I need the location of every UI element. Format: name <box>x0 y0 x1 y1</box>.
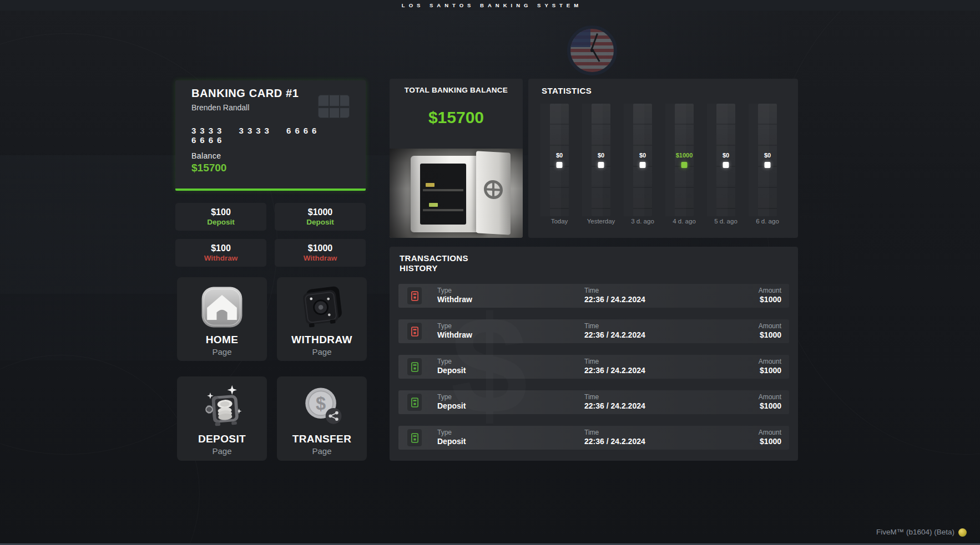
transactions-title-line1: TRANSACTIONS <box>400 253 468 263</box>
statistics-title: STATISTICS <box>542 86 592 95</box>
vault-body <box>411 156 485 232</box>
time-value: 22:36 / 24.2.2024 <box>584 437 645 446</box>
withdraw-100-button[interactable]: $100 Withdraw <box>175 239 266 267</box>
svg-text:$: $ <box>316 394 326 414</box>
nav-withdraw-card[interactable]: WITHDRAW Page <box>277 277 367 361</box>
button-amount: $1000 <box>308 207 333 217</box>
stat-value-label: $0 <box>639 152 646 159</box>
type-value: Deposit <box>437 366 466 375</box>
time-value: 22:36 / 24.2.2024 <box>584 330 645 339</box>
stat-category-label: 6 d. ago <box>756 218 779 225</box>
nav-subtitle: Page <box>277 446 367 456</box>
button-amount: $1000 <box>308 243 333 253</box>
top-title-bar: LOS SANTOS BANKING SYSTEM <box>0 0 980 11</box>
amount-value: $1000 <box>760 437 781 446</box>
stat-bar-track <box>633 104 652 216</box>
stat-bar-track <box>550 104 569 216</box>
type-label: Type <box>437 393 466 401</box>
time-label: Time <box>584 393 645 401</box>
type-value: Withdraw <box>437 330 472 339</box>
stat-category-label: 3 d. ago <box>631 218 654 225</box>
stat-column-3d-ago: $0 3 d. ago <box>633 104 652 231</box>
nav-deposit-card[interactable]: DEPOSIT Page <box>177 376 267 461</box>
nav-home-card[interactable]: HOME Page <box>177 277 267 361</box>
home-icon <box>196 282 247 333</box>
time-label: Time <box>584 429 645 436</box>
chart-background-bands <box>540 104 786 216</box>
time-label: Time <box>584 287 645 294</box>
vault-interior <box>420 164 466 225</box>
stat-category-label: 5 d. ago <box>714 218 737 225</box>
time-label: Time <box>584 358 645 365</box>
transactions-title: TRANSACTIONS HISTORY <box>400 253 468 273</box>
stat-value-label: $0 <box>764 152 771 159</box>
safe-closed-icon <box>296 282 347 333</box>
deposit-atm-icon <box>407 429 422 446</box>
nav-title: HOME <box>177 334 267 346</box>
clock-center-pin <box>590 49 594 52</box>
deposit-atm-icon <box>407 358 422 375</box>
transactions-title-line2: HISTORY <box>400 263 468 273</box>
wall-clock-decoration <box>567 26 617 75</box>
button-action-label: Deposit <box>306 218 334 226</box>
type-label: Type <box>437 358 466 365</box>
vault-wheel-handle <box>484 180 503 200</box>
stat-value-label: $1000 <box>676 152 693 159</box>
total-balance-amount: $15700 <box>390 108 523 127</box>
vault-door <box>476 151 511 235</box>
stat-bar-track <box>758 104 777 216</box>
time-value: 22:36 / 24.2.2024 <box>584 295 645 304</box>
amount-label: Amount <box>759 393 781 401</box>
type-value: Deposit <box>437 401 466 410</box>
clock-flag-canton <box>570 29 590 47</box>
fivem-emoji-icon <box>958 528 967 537</box>
transaction-row: TypeDeposit Time22:36 / 24.2.2024 Amount… <box>398 426 789 450</box>
statistics-panel: STATISTICS $0 Today $0 Yesterday $0 3 d.… <box>528 79 798 238</box>
stat-value-label: $0 <box>723 152 729 159</box>
stat-marker <box>723 162 729 168</box>
withdraw-atm-icon <box>407 323 422 340</box>
stat-value-label: $0 <box>598 152 604 159</box>
nav-transfer-card[interactable]: $ TRANSFER Page <box>277 376 367 461</box>
type-label: Type <box>437 429 466 436</box>
withdraw-1000-button[interactable]: $1000 Withdraw <box>275 239 366 267</box>
stat-category-label: Yesterday <box>587 218 615 225</box>
button-action-label: Withdraw <box>304 254 337 262</box>
banking-card-panel: BANKING CARD #1 Brenden Randall 3333 333… <box>175 80 366 191</box>
stat-marker <box>640 162 646 168</box>
time-value: 22:36 / 24.2.2024 <box>584 401 645 410</box>
deposit-atm-icon <box>407 394 422 411</box>
button-amount: $100 <box>211 243 231 253</box>
card-holder-name: Brenden Randall <box>191 103 249 112</box>
type-value: Withdraw <box>437 295 472 304</box>
stat-bar-track <box>675 104 694 216</box>
stat-column-5d-ago: $0 5 d. ago <box>716 104 735 231</box>
type-label: Type <box>437 322 472 330</box>
stat-value-label: $0 <box>556 152 563 159</box>
stat-bar-track <box>592 104 610 216</box>
stat-column-6d-ago: $0 6 d. ago <box>758 104 777 231</box>
banking-app-screen: LOS SANTOS BANKING SYSTEM BANKING CARD #… <box>0 0 980 545</box>
stat-marker <box>681 162 688 168</box>
withdraw-atm-icon <box>407 287 422 304</box>
stat-category-label: 4 d. ago <box>673 218 696 225</box>
stat-marker <box>557 162 563 168</box>
button-amount: $100 <box>211 207 231 217</box>
stat-column-yesterday: $0 Yesterday <box>592 104 610 231</box>
amount-value: $1000 <box>760 330 781 339</box>
amount-label: Amount <box>759 429 781 436</box>
nav-title: TRANSFER <box>277 433 367 445</box>
transactions-panel: $ TRANSACTIONS HISTORY TypeWithdraw Time… <box>390 247 798 461</box>
card-title: BANKING CARD #1 <box>191 87 299 100</box>
card-balance-label: Balance <box>191 151 221 160</box>
amount-value: $1000 <box>760 401 781 410</box>
deposit-100-button[interactable]: $100 Deposit <box>175 203 266 231</box>
nav-title: WITHDRAW <box>277 334 367 346</box>
nav-subtitle: Page <box>177 446 267 456</box>
transaction-row: TypeWithdraw Time22:36 / 24.2.2024 Amoun… <box>398 319 789 343</box>
deposit-1000-button[interactable]: $1000 Deposit <box>275 203 366 231</box>
card-number: 3333 3333 6666 6666 <box>191 126 366 145</box>
stat-bar-track <box>716 104 735 216</box>
type-value: Deposit <box>437 437 466 446</box>
transaction-row: TypeWithdraw Time22:36 / 24.2.2024 Amoun… <box>398 284 789 308</box>
